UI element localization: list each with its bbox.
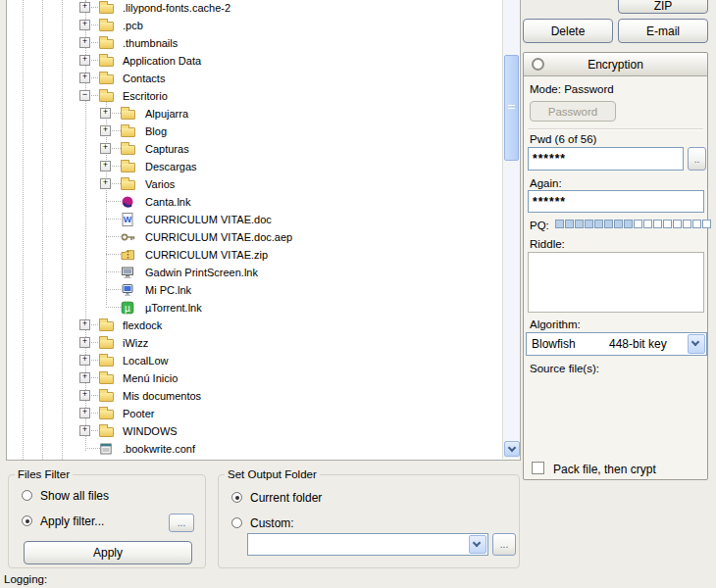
riddle-input[interactable] (528, 252, 704, 313)
tree-connector (106, 307, 121, 308)
tree-expand-toggle[interactable]: − (79, 90, 90, 101)
tree-item[interactable]: + .thumbnails (7, 34, 502, 52)
password-input[interactable] (528, 147, 684, 171)
folder-glyph (121, 110, 135, 120)
tree-expand-toggle[interactable]: + (79, 55, 90, 66)
algorithm-select[interactable]: Blowfish 448-bit key (526, 332, 707, 356)
tree-expand-toggle[interactable]: + (79, 408, 90, 418)
files-filter-legend: Files Filter (15, 468, 73, 480)
tree-item-label: flexdock (123, 319, 162, 331)
tree-item[interactable]: CURRICULUM VITAE.doc.aep (7, 228, 502, 246)
folder-glyph (121, 127, 135, 137)
folder-glyph (99, 357, 114, 367)
tree-expand-toggle[interactable]: + (79, 337, 90, 348)
tree-item[interactable]: W CURRICULUM VITAE.doc (7, 211, 502, 228)
tree-expand-toggle[interactable]: + (79, 73, 90, 83)
tree-item[interactable]: + Alpujarra (7, 105, 502, 122)
pack-file-label: Pack file, then crypt (553, 463, 656, 476)
pq-segment (663, 220, 672, 228)
tree-expand-toggle[interactable]: + (79, 390, 90, 401)
output-folder-radio-custom[interactable] (231, 517, 242, 528)
tree-item[interactable]: + Contacts (7, 70, 502, 87)
folder-icon (121, 107, 136, 121)
tree-item[interactable]: + Pooter (7, 405, 502, 422)
scrollbar-thumb[interactable] (504, 55, 519, 161)
delete-button[interactable]: Delete (523, 19, 613, 43)
tree-item[interactable]: + LocalLow (7, 352, 502, 369)
encryption-header[interactable]: Encryption (524, 53, 707, 76)
zip-button[interactable]: ZIP (618, 0, 708, 14)
utorrent-shortcut-icon: µ (121, 301, 136, 315)
tree-expand-toggle[interactable]: + (100, 161, 111, 172)
output-browse-button[interactable]: ... (492, 533, 516, 556)
config-file-icon (99, 442, 115, 456)
tree-expand-toggle[interactable]: + (79, 2, 90, 13)
tree-item[interactable]: Canta.lnk (7, 193, 502, 211)
password-mode-button[interactable]: Password (530, 101, 616, 122)
folder-glyph (99, 57, 114, 67)
tree-item-label: LocalLow (123, 355, 168, 367)
folder-glyph (99, 339, 114, 349)
tree-item[interactable]: + Capturas (7, 140, 502, 158)
key-file-icon (121, 230, 136, 244)
custom-folder-select[interactable] (247, 533, 488, 556)
tree-item[interactable]: + iWizz (7, 334, 502, 352)
tree-item[interactable]: Mi PC.lnk (7, 281, 502, 299)
tree-item-label: .bookwrite.conf (123, 443, 195, 455)
tree-item[interactable]: .bookwrite.conf (7, 440, 502, 458)
tree-item[interactable]: CURRICULUM VITAE.zip (7, 246, 502, 264)
folder-glyph (99, 22, 114, 31)
zip-file-icon (121, 248, 136, 262)
pack-file-checkbox[interactable] (532, 462, 544, 474)
tree-expand-toggle[interactable]: + (100, 108, 111, 119)
tree-item[interactable]: µ µTorrent.lnk (7, 299, 502, 317)
pq-segment (594, 220, 603, 228)
tree-item-label: .lilypond-fonts.cache-2 (123, 2, 230, 14)
tree-expand-toggle[interactable]: + (79, 372, 90, 383)
tree-item[interactable]: + flexdock (7, 317, 502, 334)
algorithm-dropdown-button[interactable] (688, 334, 705, 354)
password-again-input[interactable] (528, 190, 704, 213)
chevron-down-icon (473, 539, 481, 547)
tree-expand-toggle[interactable]: + (100, 143, 111, 154)
scrollbar-down-button[interactable] (504, 441, 520, 457)
custom-folder-dropdown-button[interactable] (469, 535, 486, 554)
tree-expand-toggle[interactable]: + (79, 425, 90, 436)
tree-expand-toggle[interactable]: + (100, 178, 111, 189)
folder-icon (99, 36, 115, 50)
tree-item[interactable]: + Menú Inicio (7, 369, 502, 387)
filter-browse-button[interactable]: ... (169, 514, 194, 532)
files-filter-radio-show-all-files[interactable] (22, 490, 32, 501)
again-label: Again: (530, 177, 562, 189)
tree-item-label: Gadwin PrintScreen.lnk (145, 267, 258, 278)
tree-expand-toggle[interactable]: + (79, 20, 90, 30)
tree-item-label: Canta.lnk (145, 196, 190, 208)
tree-item-label: Mis documentos (123, 390, 201, 402)
output-folder-legend: Set Output Folder (225, 468, 320, 480)
password-browse-button[interactable]: .. (688, 147, 706, 171)
tree-expand-toggle[interactable]: + (79, 355, 90, 366)
folder-icon (99, 424, 115, 438)
pq-segment (604, 220, 613, 228)
tree-item[interactable]: + Blog (7, 122, 502, 140)
tree-expand-toggle[interactable]: + (79, 37, 90, 48)
output-folder-radio-current-folder[interactable] (231, 492, 242, 503)
email-button[interactable]: E-mail (618, 19, 708, 43)
apply-filter-button[interactable]: Apply (24, 541, 192, 564)
tree-expand-toggle[interactable]: + (79, 319, 90, 330)
tree-item[interactable]: Gadwin PrintScreen.lnk (7, 264, 502, 281)
pq-segment (702, 220, 711, 228)
tree-item[interactable]: + Application Data (7, 52, 502, 70)
tree-item[interactable]: + Varios (7, 175, 502, 193)
tree-item[interactable]: + .lilypond-fonts.cache-2 (7, 0, 502, 17)
files-filter-radio-apply-filter[interactable] (22, 515, 32, 526)
tree-item[interactable]: + Descargas (7, 158, 502, 175)
tree-item[interactable]: + WINDOWS (7, 422, 502, 440)
file-tree-panel: + .lilypond-fonts.cache-2 + .pcb + .thum… (6, 0, 521, 461)
tree-item[interactable]: − Escritorio (7, 87, 502, 105)
tree-item[interactable]: + .pcb (7, 17, 502, 34)
tree-item[interactable]: + Mis documentos (7, 387, 502, 405)
tree-scrollbar[interactable] (502, 0, 520, 459)
riddle-label: Riddle: (530, 238, 565, 250)
tree-expand-toggle[interactable]: + (100, 125, 111, 136)
